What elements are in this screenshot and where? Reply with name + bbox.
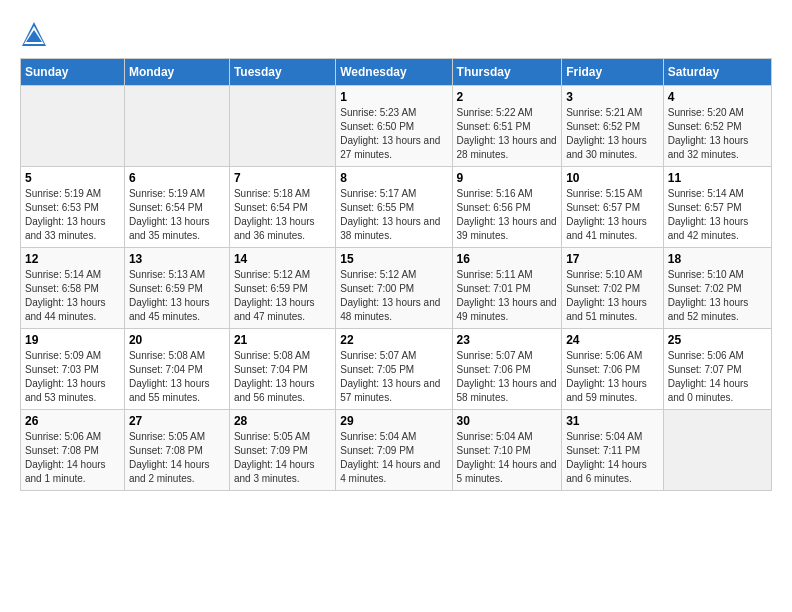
day-info: Sunrise: 5:13 AM Sunset: 6:59 PM Dayligh… (129, 268, 225, 324)
day-info: Sunrise: 5:08 AM Sunset: 7:04 PM Dayligh… (129, 349, 225, 405)
day-info: Sunrise: 5:10 AM Sunset: 7:02 PM Dayligh… (566, 268, 659, 324)
day-info: Sunrise: 5:06 AM Sunset: 7:06 PM Dayligh… (566, 349, 659, 405)
col-header-wednesday: Wednesday (336, 59, 452, 86)
day-info: Sunrise: 5:05 AM Sunset: 7:08 PM Dayligh… (129, 430, 225, 486)
week-row-3: 12Sunrise: 5:14 AM Sunset: 6:58 PM Dayli… (21, 248, 772, 329)
day-number: 22 (340, 333, 447, 347)
day-cell: 26Sunrise: 5:06 AM Sunset: 7:08 PM Dayli… (21, 410, 125, 491)
col-header-monday: Monday (124, 59, 229, 86)
day-cell: 14Sunrise: 5:12 AM Sunset: 6:59 PM Dayli… (229, 248, 335, 329)
day-cell: 28Sunrise: 5:05 AM Sunset: 7:09 PM Dayli… (229, 410, 335, 491)
header-row: SundayMondayTuesdayWednesdayThursdayFrid… (21, 59, 772, 86)
day-cell: 25Sunrise: 5:06 AM Sunset: 7:07 PM Dayli… (663, 329, 771, 410)
day-info: Sunrise: 5:06 AM Sunset: 7:08 PM Dayligh… (25, 430, 120, 486)
day-cell: 31Sunrise: 5:04 AM Sunset: 7:11 PM Dayli… (562, 410, 664, 491)
col-header-tuesday: Tuesday (229, 59, 335, 86)
day-number: 6 (129, 171, 225, 185)
day-info: Sunrise: 5:20 AM Sunset: 6:52 PM Dayligh… (668, 106, 767, 162)
day-number: 16 (457, 252, 558, 266)
day-number: 28 (234, 414, 331, 428)
day-cell (21, 86, 125, 167)
day-cell: 7Sunrise: 5:18 AM Sunset: 6:54 PM Daylig… (229, 167, 335, 248)
day-cell: 20Sunrise: 5:08 AM Sunset: 7:04 PM Dayli… (124, 329, 229, 410)
day-number: 1 (340, 90, 447, 104)
day-cell: 16Sunrise: 5:11 AM Sunset: 7:01 PM Dayli… (452, 248, 562, 329)
day-cell: 17Sunrise: 5:10 AM Sunset: 7:02 PM Dayli… (562, 248, 664, 329)
logo-icon (20, 20, 48, 48)
day-cell: 29Sunrise: 5:04 AM Sunset: 7:09 PM Dayli… (336, 410, 452, 491)
day-number: 20 (129, 333, 225, 347)
logo (20, 20, 52, 48)
calendar-table: SundayMondayTuesdayWednesdayThursdayFrid… (20, 58, 772, 491)
day-info: Sunrise: 5:05 AM Sunset: 7:09 PM Dayligh… (234, 430, 331, 486)
day-cell: 18Sunrise: 5:10 AM Sunset: 7:02 PM Dayli… (663, 248, 771, 329)
day-cell: 27Sunrise: 5:05 AM Sunset: 7:08 PM Dayli… (124, 410, 229, 491)
day-cell: 19Sunrise: 5:09 AM Sunset: 7:03 PM Dayli… (21, 329, 125, 410)
day-number: 27 (129, 414, 225, 428)
day-number: 29 (340, 414, 447, 428)
day-number: 8 (340, 171, 447, 185)
day-cell: 23Sunrise: 5:07 AM Sunset: 7:06 PM Dayli… (452, 329, 562, 410)
day-info: Sunrise: 5:06 AM Sunset: 7:07 PM Dayligh… (668, 349, 767, 405)
day-number: 21 (234, 333, 331, 347)
day-info: Sunrise: 5:18 AM Sunset: 6:54 PM Dayligh… (234, 187, 331, 243)
day-number: 3 (566, 90, 659, 104)
day-cell: 15Sunrise: 5:12 AM Sunset: 7:00 PM Dayli… (336, 248, 452, 329)
day-cell (124, 86, 229, 167)
day-number: 15 (340, 252, 447, 266)
day-info: Sunrise: 5:14 AM Sunset: 6:57 PM Dayligh… (668, 187, 767, 243)
day-number: 24 (566, 333, 659, 347)
day-info: Sunrise: 5:08 AM Sunset: 7:04 PM Dayligh… (234, 349, 331, 405)
day-number: 14 (234, 252, 331, 266)
day-cell: 4Sunrise: 5:20 AM Sunset: 6:52 PM Daylig… (663, 86, 771, 167)
day-cell: 13Sunrise: 5:13 AM Sunset: 6:59 PM Dayli… (124, 248, 229, 329)
day-info: Sunrise: 5:10 AM Sunset: 7:02 PM Dayligh… (668, 268, 767, 324)
day-cell: 22Sunrise: 5:07 AM Sunset: 7:05 PM Dayli… (336, 329, 452, 410)
day-cell: 1Sunrise: 5:23 AM Sunset: 6:50 PM Daylig… (336, 86, 452, 167)
day-info: Sunrise: 5:19 AM Sunset: 6:53 PM Dayligh… (25, 187, 120, 243)
day-info: Sunrise: 5:04 AM Sunset: 7:10 PM Dayligh… (457, 430, 558, 486)
day-info: Sunrise: 5:15 AM Sunset: 6:57 PM Dayligh… (566, 187, 659, 243)
day-info: Sunrise: 5:17 AM Sunset: 6:55 PM Dayligh… (340, 187, 447, 243)
day-number: 4 (668, 90, 767, 104)
day-number: 10 (566, 171, 659, 185)
day-number: 13 (129, 252, 225, 266)
day-info: Sunrise: 5:07 AM Sunset: 7:05 PM Dayligh… (340, 349, 447, 405)
week-row-1: 1Sunrise: 5:23 AM Sunset: 6:50 PM Daylig… (21, 86, 772, 167)
day-info: Sunrise: 5:16 AM Sunset: 6:56 PM Dayligh… (457, 187, 558, 243)
day-number: 5 (25, 171, 120, 185)
day-cell: 11Sunrise: 5:14 AM Sunset: 6:57 PM Dayli… (663, 167, 771, 248)
day-cell: 2Sunrise: 5:22 AM Sunset: 6:51 PM Daylig… (452, 86, 562, 167)
day-cell: 5Sunrise: 5:19 AM Sunset: 6:53 PM Daylig… (21, 167, 125, 248)
day-info: Sunrise: 5:09 AM Sunset: 7:03 PM Dayligh… (25, 349, 120, 405)
day-number: 9 (457, 171, 558, 185)
day-number: 17 (566, 252, 659, 266)
day-info: Sunrise: 5:22 AM Sunset: 6:51 PM Dayligh… (457, 106, 558, 162)
week-row-2: 5Sunrise: 5:19 AM Sunset: 6:53 PM Daylig… (21, 167, 772, 248)
day-cell: 21Sunrise: 5:08 AM Sunset: 7:04 PM Dayli… (229, 329, 335, 410)
day-cell: 10Sunrise: 5:15 AM Sunset: 6:57 PM Dayli… (562, 167, 664, 248)
col-header-sunday: Sunday (21, 59, 125, 86)
day-cell: 12Sunrise: 5:14 AM Sunset: 6:58 PM Dayli… (21, 248, 125, 329)
day-cell: 30Sunrise: 5:04 AM Sunset: 7:10 PM Dayli… (452, 410, 562, 491)
day-info: Sunrise: 5:23 AM Sunset: 6:50 PM Dayligh… (340, 106, 447, 162)
col-header-thursday: Thursday (452, 59, 562, 86)
col-header-saturday: Saturday (663, 59, 771, 86)
day-info: Sunrise: 5:12 AM Sunset: 6:59 PM Dayligh… (234, 268, 331, 324)
day-cell: 9Sunrise: 5:16 AM Sunset: 6:56 PM Daylig… (452, 167, 562, 248)
day-number: 23 (457, 333, 558, 347)
week-row-4: 19Sunrise: 5:09 AM Sunset: 7:03 PM Dayli… (21, 329, 772, 410)
day-cell: 8Sunrise: 5:17 AM Sunset: 6:55 PM Daylig… (336, 167, 452, 248)
col-header-friday: Friday (562, 59, 664, 86)
page-header (20, 20, 772, 48)
day-number: 19 (25, 333, 120, 347)
day-number: 30 (457, 414, 558, 428)
day-info: Sunrise: 5:07 AM Sunset: 7:06 PM Dayligh… (457, 349, 558, 405)
day-cell: 3Sunrise: 5:21 AM Sunset: 6:52 PM Daylig… (562, 86, 664, 167)
day-info: Sunrise: 5:11 AM Sunset: 7:01 PM Dayligh… (457, 268, 558, 324)
day-number: 2 (457, 90, 558, 104)
day-number: 26 (25, 414, 120, 428)
day-cell: 6Sunrise: 5:19 AM Sunset: 6:54 PM Daylig… (124, 167, 229, 248)
day-number: 12 (25, 252, 120, 266)
day-number: 7 (234, 171, 331, 185)
